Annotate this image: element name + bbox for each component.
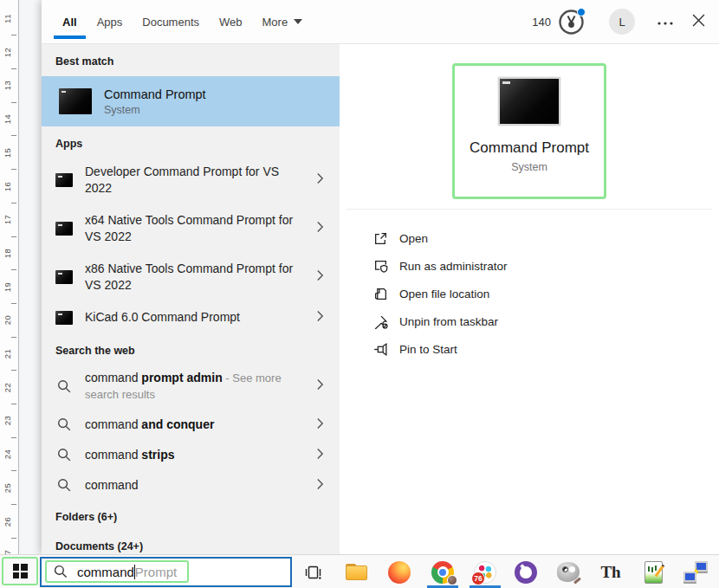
folder-icon: [372, 287, 388, 301]
gimp-icon: [557, 562, 580, 582]
ruler-tick: [11, 538, 16, 539]
rewards-icon[interactable]: [558, 9, 585, 36]
app-result-row[interactable]: x86 Native Tools Command Prompt for VS 2…: [42, 253, 340, 301]
web-suggestion-row[interactable]: command: [42, 470, 340, 501]
action-unpin-from-taskbar[interactable]: Unpin from taskbar: [340, 307, 719, 335]
chrome-profile-avatar: [447, 575, 457, 585]
folders-group-header[interactable]: Folders (6+): [42, 501, 340, 530]
unpin-icon: [372, 314, 388, 329]
web-suggestion-text: command and conquer: [85, 417, 303, 433]
tab-documents[interactable]: Documents: [142, 0, 199, 43]
remote-desktop-button[interactable]: [683, 555, 709, 588]
app-result-row[interactable]: KiCad 6.0 Command Prompt: [42, 301, 340, 333]
chevron-right-icon[interactable]: [316, 417, 324, 433]
tab-apps[interactable]: Apps: [97, 0, 123, 43]
rewards-points: 140: [532, 16, 551, 29]
inline-suggestion-text: Prompt: [135, 565, 177, 579]
tab-all[interactable]: All: [62, 0, 77, 43]
ruler-tick: [11, 337, 16, 338]
chevron-right-icon[interactable]: [316, 447, 324, 463]
ruler-mark: 12: [3, 43, 12, 61]
search-icon: [55, 478, 73, 493]
github-desktop-button[interactable]: [513, 555, 539, 588]
ruler-mark: 17: [3, 211, 12, 229]
best-match-row[interactable]: Command Prompt System: [42, 76, 340, 126]
best-match-subtitle: System: [104, 104, 206, 116]
tab-web[interactable]: Web: [219, 0, 243, 43]
thonny-icon: Th: [600, 563, 620, 582]
file-explorer-button[interactable]: [343, 555, 369, 588]
task-view-button[interactable]: [300, 555, 326, 588]
command-prompt-icon-large: [498, 77, 560, 126]
badged-app-button[interactable]: 76: [472, 555, 498, 588]
gimp-button[interactable]: [555, 555, 581, 588]
chevron-right-icon[interactable]: [316, 477, 324, 494]
taskbar: commandPrompt 76 Th: [0, 554, 719, 588]
taskbar-search-input[interactable]: commandPrompt: [40, 557, 292, 587]
chart-editor-button[interactable]: [640, 555, 666, 588]
avatar-initial: L: [619, 16, 625, 29]
ruler-tick: [11, 404, 16, 404]
web-suggestion-row[interactable]: command prompt admin - See more search r…: [42, 363, 340, 410]
tab-documents-label: Documents: [142, 16, 199, 29]
suggestion-completion: and conquer: [138, 417, 214, 431]
ruler-mark: 19: [3, 278, 12, 295]
task-view-icon: [304, 564, 322, 581]
action-open-file-location[interactable]: Open file location: [340, 280, 719, 307]
ruler-tick: [11, 68, 16, 69]
thonny-button[interactable]: Th: [598, 555, 624, 588]
action-run-as-admin[interactable]: Run as administrator: [340, 252, 719, 280]
tab-apps-label: Apps: [97, 16, 123, 29]
web-suggestion-text: command strips: [85, 447, 303, 463]
web-suggestion-row[interactable]: command strips: [42, 440, 340, 470]
ruler-tick: [11, 102, 16, 103]
tab-more[interactable]: More: [262, 0, 303, 43]
chevron-right-icon[interactable]: [316, 221, 324, 237]
ruler-mark: 16: [3, 178, 12, 195]
chevron-right-icon[interactable]: [316, 378, 324, 395]
chrome-button[interactable]: [430, 555, 456, 588]
ruler-mark: 14: [3, 111, 12, 128]
action-label: Unpin from taskbar: [399, 315, 498, 328]
web-suggestion-text: command prompt admin - See more search r…: [85, 370, 303, 403]
web-suggestion-row[interactable]: command and conquer: [42, 410, 340, 440]
app-result-label: KiCad 6.0 Command Prompt: [85, 309, 303, 326]
ruler-tick: [11, 370, 16, 371]
command-prompt-icon: [55, 222, 73, 236]
ruler-tick: [11, 203, 16, 204]
ruler-mark: 15: [3, 144, 12, 161]
web-suggestion-text: command: [85, 477, 303, 494]
results-panel: Best match Command Prompt System Apps De…: [42, 44, 340, 554]
ruler-tick: [11, 269, 16, 270]
more-options-icon[interactable]: [657, 14, 673, 29]
chevron-right-icon[interactable]: [316, 172, 324, 189]
firefox-button[interactable]: [386, 555, 412, 588]
tab-web-label: Web: [219, 16, 243, 29]
chevron-right-icon[interactable]: [316, 309, 324, 326]
typed-query: command: [85, 478, 138, 492]
start-button[interactable]: [2, 557, 38, 585]
app-result-label: x86 Native Tools Command Prompt for VS 2…: [85, 261, 303, 294]
search-icon: [54, 565, 68, 578]
avatar[interactable]: L: [609, 9, 635, 35]
ruler-mark: 20: [3, 312, 12, 329]
action-pin-to-start[interactable]: Pin to Start: [340, 335, 719, 363]
app-result-label: x64 Native Tools Command Prompt for VS 2…: [85, 212, 303, 245]
notification-badge: 76: [471, 572, 485, 585]
ruler-mark: 11: [3, 10, 12, 28]
action-open[interactable]: Open: [340, 224, 719, 252]
shield-icon: [372, 259, 388, 274]
typed-query: command: [85, 448, 138, 462]
app-result-row[interactable]: x64 Native Tools Command Prompt for VS 2…: [42, 204, 340, 253]
chart-editor-icon: [645, 561, 663, 584]
notification-dot: [577, 8, 586, 16]
annotation-box-search-text: commandPrompt: [45, 560, 189, 583]
action-label: Open: [399, 232, 428, 245]
tab-all-label: All: [62, 16, 77, 29]
close-icon[interactable]: [692, 14, 705, 30]
ruler-tick: [11, 236, 16, 237]
app-result-row[interactable]: Developer Command Prompt for VS 2022: [42, 156, 340, 204]
ruler-tick: [11, 303, 16, 304]
divider: [347, 209, 712, 210]
chevron-right-icon[interactable]: [316, 269, 324, 286]
